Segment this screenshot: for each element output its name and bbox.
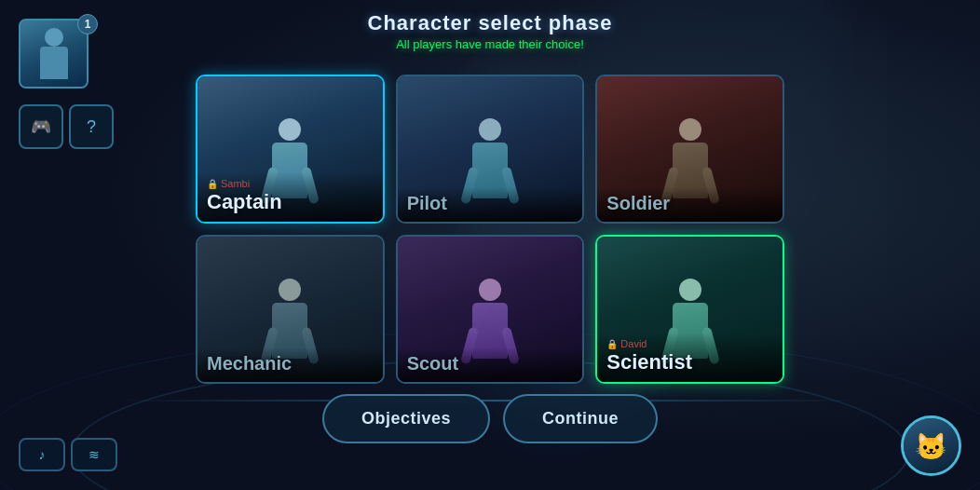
soldier-label: Soldier	[597, 187, 783, 222]
mechanic-head	[279, 279, 301, 301]
lock-icon-scientist: 🔒	[606, 339, 618, 349]
phase-subtitle: All players have made their choice!	[0, 37, 980, 51]
mechanic-label: Mechanic	[197, 347, 383, 382]
phase-title: Character select phase	[0, 11, 980, 35]
pilot-label: Pilot	[398, 187, 583, 222]
captain-label: 🔒 Sambi Captain	[197, 172, 383, 222]
soldier-role: Soldier	[606, 193, 773, 214]
avatar-face	[904, 418, 959, 473]
character-grid: 🔒 Sambi Captain Pilot	[186, 75, 794, 384]
continue-button[interactable]: Continue	[503, 394, 658, 443]
header: Character select phase All players have …	[0, 0, 980, 51]
scout-head	[479, 279, 501, 301]
scout-role: Scout	[407, 353, 574, 374]
character-card-captain[interactable]: 🔒 Sambi Captain	[196, 75, 385, 224]
character-card-pilot[interactable]: Pilot	[396, 75, 585, 224]
character-card-mechanic[interactable]: Mechanic	[196, 235, 385, 384]
help-icon: ?	[87, 117, 96, 137]
captain-role: Captain	[207, 190, 374, 214]
bottom-buttons: Objectives Continue	[322, 394, 658, 443]
pilot-role: Pilot	[407, 193, 574, 214]
scientist-role: Scientist	[606, 350, 773, 374]
scientist-player-name: 🔒 David	[606, 338, 773, 349]
lock-icon: 🔒	[207, 179, 218, 189]
scientist-head	[679, 279, 701, 301]
captain-head	[279, 118, 301, 141]
objectives-button[interactable]: Objectives	[322, 394, 490, 443]
soldier-head	[679, 118, 701, 141]
sound-button[interactable]: ≋	[71, 438, 117, 471]
pilot-head	[479, 118, 501, 141]
avatar-figure	[20, 20, 87, 87]
control-buttons: 🎮 ?	[19, 104, 114, 149]
sound-icon: ≋	[88, 447, 100, 462]
mechanic-role: Mechanic	[207, 353, 374, 374]
gamepad-button[interactable]: 🎮	[19, 104, 63, 149]
scientist-label: 🔒 David Scientist	[597, 333, 783, 382]
gamepad-icon: 🎮	[31, 116, 51, 137]
captain-player-text: Sambi	[221, 178, 250, 189]
character-card-scout[interactable]: Scout	[396, 235, 585, 384]
bottom-right-avatar[interactable]	[901, 415, 961, 476]
help-button[interactable]: ?	[69, 104, 114, 149]
player-badge-count: 1	[77, 14, 98, 34]
scout-label: Scout	[398, 347, 583, 382]
scientist-player-text: David	[620, 338, 647, 349]
captain-player-name: 🔒 Sambi	[207, 178, 374, 189]
music-button[interactable]: ♪	[19, 438, 65, 471]
character-card-scientist[interactable]: 🔒 David Scientist	[595, 235, 784, 384]
audio-controls: ♪ ≋	[19, 438, 117, 471]
left-panel: 1 🎮 ?	[19, 19, 114, 149]
character-card-soldier[interactable]: Soldier	[595, 75, 784, 224]
avatar-area: 1	[19, 19, 93, 93]
music-icon: ♪	[39, 447, 46, 462]
